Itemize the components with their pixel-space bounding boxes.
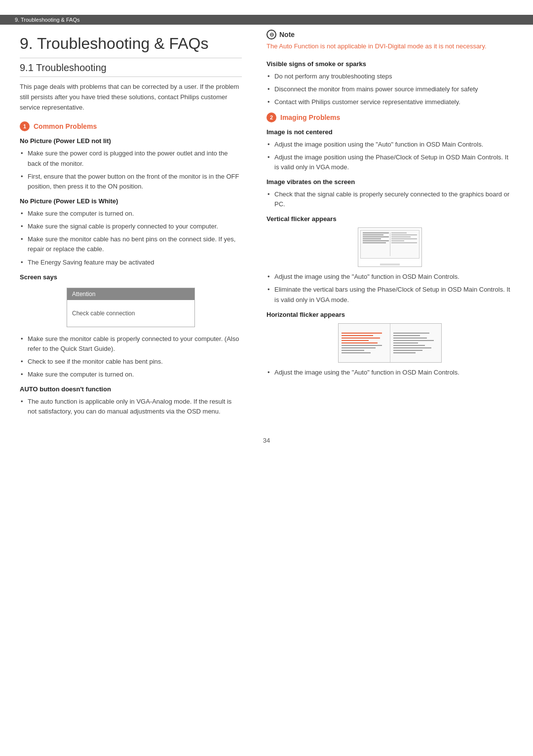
page: 9. Troubleshooting & FAQs 9. Troubleshoo… [0, 0, 533, 756]
list-item: Eliminate the vertical bars using the Ph… [266, 285, 513, 304]
list-item: Check to see if the monitor cable has be… [20, 357, 242, 367]
no-picture-power-not-lit-title: No Picture (Power LED not lit) [20, 137, 242, 145]
left-column: 9. Troubleshooting & FAQs 9.1 Troublesho… [20, 30, 262, 422]
common-problems-label: Common Problems [34, 122, 97, 130]
list-item: The Energy Saving feature may be activat… [20, 258, 242, 267]
note-title-label: Note [279, 31, 295, 38]
page-title: 9. Troubleshooting & FAQs [20, 35, 242, 58]
note-icon: ⊝ [266, 30, 276, 39]
image-vibrates-list: Check that the signal cable is properly … [266, 189, 513, 209]
list-item: Do not perform any troubleshooting steps [266, 72, 513, 81]
screen-dialog-header: Attention [67, 288, 194, 300]
list-item: Make sure the power cord is plugged into… [20, 149, 242, 168]
no-picture-power-white-list: Make sure the computer is turned on. Mak… [20, 209, 242, 267]
screen-says-list: Make sure the monitor cable is properly … [20, 334, 242, 380]
screen-dialog-body: Check cable connection [67, 300, 194, 327]
list-item: Make sure the computer is turned on. [20, 370, 242, 379]
no-picture-power-not-lit-list: Make sure the power cord is plugged into… [20, 149, 242, 191]
visible-signs-list: Do not perform any troubleshooting steps… [266, 72, 513, 107]
auto-button-title: AUTO button doesn't function [20, 385, 242, 393]
right-column: ⊝ Note The Auto Function is not applicab… [262, 30, 513, 422]
vertical-flicker-list: Adjust the image using the "Auto" functi… [266, 272, 513, 304]
list-item: Make sure the computer is turned on. [20, 209, 242, 219]
auto-button-list: The auto function is applicable only in … [20, 397, 242, 416]
list-item: Adjust the image using the "Auto" functi… [266, 272, 513, 282]
common-problems-badge-num: 1 [20, 121, 30, 131]
imaging-problems-label: Imaging Problems [280, 113, 340, 121]
image-vibrates-title: Image vibrates on the screen [266, 178, 513, 186]
list-item: Check that the signal cable is properly … [266, 189, 513, 209]
horizontal-flicker-image [338, 323, 442, 363]
vertical-flicker-title: Vertical flicker appears [266, 215, 513, 223]
list-item: Adjust the image position using the Phas… [266, 152, 513, 172]
list-item: Contact with Philips customer service re… [266, 97, 513, 107]
image-not-centered-title: Image is not centered [266, 128, 513, 136]
vertical-flicker-image [358, 227, 422, 267]
image-not-centered-list: Adjust the image position using the "Aut… [266, 140, 513, 172]
horizontal-flicker-title: Horizontal flicker appears [266, 311, 513, 318]
list-item: Make sure the monitor cable has no bent … [20, 234, 242, 254]
screen-says-dialog: Attention Check cable connection [67, 288, 195, 327]
section-title: 9.1 Troubleshooting [20, 62, 242, 77]
note-title-row: ⊝ Note [266, 30, 513, 39]
breadcrumb: 9. Troubleshooting & FAQs [0, 15, 533, 25]
list-item: Disconnect the monitor from mains power … [266, 84, 513, 94]
common-problems-badge-row: 1 Common Problems [20, 121, 242, 131]
list-item: Adjust the image using the "Auto" functi… [266, 368, 513, 378]
horizontal-flicker-list: Adjust the image using the "Auto" functi… [266, 368, 513, 378]
page-number: 34 [0, 437, 533, 444]
note-text: The Auto Function is not applicable in D… [266, 41, 513, 51]
imaging-problems-badge-num: 2 [266, 113, 276, 122]
content-wrapper: 9. Troubleshooting & FAQs 9.1 Troublesho… [0, 30, 533, 422]
visible-signs-title: Visible signs of smoke or sparks [266, 60, 513, 68]
screen-says-title: Screen says [20, 273, 242, 281]
imaging-problems-badge-row: 2 Imaging Problems [266, 113, 513, 122]
list-item: The auto function is applicable only in … [20, 397, 242, 416]
intro-text: This page deals with problems that can b… [20, 82, 242, 113]
list-item: Make sure the signal cable is properly c… [20, 222, 242, 231]
list-item: First, ensure that the power button on t… [20, 172, 242, 191]
no-picture-power-white-title: No Picture (Power LED is White) [20, 197, 242, 205]
list-item: Adjust the image position using the "Aut… [266, 140, 513, 150]
note-box: ⊝ Note The Auto Function is not applicab… [266, 30, 513, 51]
list-item: Make sure the monitor cable is properly … [20, 334, 242, 354]
